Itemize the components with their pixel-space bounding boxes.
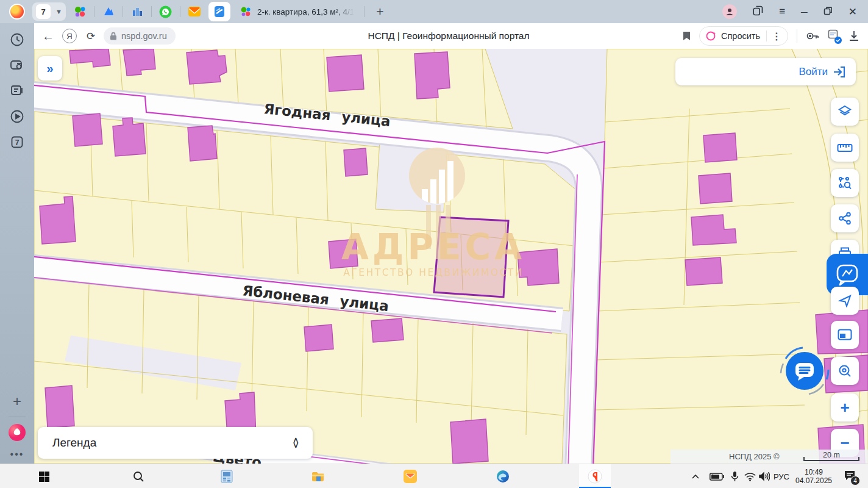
pinned-tab-mail-icon[interactable] bbox=[188, 5, 201, 18]
tab-counter[interactable]: 7 ▼ bbox=[32, 2, 66, 21]
tab-separator bbox=[364, 6, 365, 17]
pinned-tab-avito-icon[interactable] bbox=[73, 5, 87, 18]
url-text: nspd.gov.ru bbox=[121, 31, 167, 41]
sidebar-add-icon[interactable]: + bbox=[8, 392, 26, 411]
restore-button[interactable] bbox=[824, 6, 833, 18]
seven-widget-icon[interactable]: 7 bbox=[8, 133, 26, 151]
start-button[interactable] bbox=[28, 464, 60, 488]
sidebar-divider bbox=[9, 417, 26, 417]
time-label: 10:49 bbox=[805, 468, 823, 476]
ask-label: Спросить bbox=[721, 31, 760, 41]
battery-icon bbox=[706, 464, 728, 488]
windows-taskbar: РУС 10:49 04.07.2025 4 bbox=[0, 464, 868, 488]
zoom-in-button[interactable]: + bbox=[831, 393, 859, 422]
share-button[interactable] bbox=[831, 204, 859, 232]
browser-sidebar: 7 + ••• bbox=[0, 23, 34, 464]
date-label: 04.07.2025 bbox=[795, 476, 832, 485]
taskbar-clock[interactable]: 10:49 04.07.2025 bbox=[792, 464, 835, 488]
notifications-icon[interactable]: 4 bbox=[836, 464, 863, 488]
active-pinned-tab-nspd[interactable] bbox=[208, 2, 230, 21]
tab-favicon-avito[interactable] bbox=[239, 5, 252, 18]
profile-avatar[interactable] bbox=[722, 4, 737, 19]
tab-count-value[interactable]: 7 bbox=[36, 4, 51, 19]
watermark-subtitle: АГЕНТСТВО НЕДВИЖИМОСТИ bbox=[343, 267, 524, 278]
passwords-icon[interactable] bbox=[806, 30, 819, 41]
ask-sparkle-icon bbox=[706, 30, 717, 41]
toolbar-divider bbox=[797, 29, 797, 43]
language-label: РУС bbox=[774, 472, 789, 481]
pinned-tab-whatsapp-icon[interactable] bbox=[159, 5, 173, 18]
browser-logo-icon[interactable] bbox=[9, 4, 25, 20]
taskbar-app-icon[interactable] bbox=[211, 464, 243, 488]
media-play-icon[interactable] bbox=[8, 107, 26, 126]
microphone-icon bbox=[727, 464, 742, 488]
ruler-button[interactable] bbox=[831, 134, 859, 162]
zoom-in-label: + bbox=[840, 400, 849, 415]
articles-icon[interactable] bbox=[8, 82, 26, 100]
tray-chevron-icon[interactable] bbox=[686, 464, 705, 488]
expand-panel-button[interactable]: » bbox=[38, 56, 62, 81]
legend-label: Легенда bbox=[52, 436, 96, 450]
yandex-button[interactable]: Я bbox=[62, 29, 77, 43]
taskbar-edge-icon[interactable] bbox=[487, 464, 519, 488]
tab-separator bbox=[123, 6, 123, 17]
back-button[interactable]: ← bbox=[39, 29, 57, 43]
search-location-button[interactable] bbox=[831, 357, 859, 385]
url-field[interactable]: nspd.gov.ru bbox=[104, 27, 176, 45]
new-tab-button[interactable]: + bbox=[371, 2, 389, 21]
legend-collapse-icon[interactable]: ᐱᐯ bbox=[293, 438, 298, 448]
browser-tab-bar: 7 ▼ 2-к. квартира, 61,3 м², 4/1 + bbox=[0, 0, 868, 23]
chevron-down-icon[interactable]: ▼ bbox=[55, 8, 62, 15]
login-label: Войти bbox=[799, 66, 828, 78]
notification-badge: 4 bbox=[850, 476, 860, 486]
tab-separator bbox=[94, 6, 94, 17]
taskbar-search-icon[interactable] bbox=[123, 464, 154, 488]
cadastral-map[interactable]: Ягодная улица Яблоневая улица Цвето АДРЕ… bbox=[34, 49, 868, 464]
history-clock-icon[interactable] bbox=[8, 30, 26, 49]
alice-assistant-icon[interactable] bbox=[8, 423, 26, 442]
close-button[interactable]: ✕ bbox=[848, 5, 857, 18]
tab-separator bbox=[180, 6, 180, 17]
mini-map-button[interactable] bbox=[831, 321, 859, 349]
browser-address-bar: ← Я ⟳ nspd.gov.ru НСПД | Геоинформационн… bbox=[34, 23, 868, 49]
layers-button[interactable] bbox=[831, 98, 859, 126]
legend-panel[interactable]: Легенда ᐱᐯ bbox=[38, 427, 313, 459]
ask-more-icon[interactable]: ⋮ bbox=[772, 30, 781, 42]
map-canvas[interactable]: Ягодная улица Яблоневая улица Цвето АДРЕ… bbox=[34, 49, 868, 464]
scale-label: 20 m bbox=[803, 451, 859, 459]
language-indicator[interactable]: РУС bbox=[770, 464, 792, 488]
taskbar-explorer-icon[interactable] bbox=[302, 464, 334, 488]
window-controls: ≡ ─ ✕ bbox=[722, 4, 857, 19]
protect-icon[interactable] bbox=[828, 29, 840, 43]
pinned-tab-city-icon[interactable] bbox=[130, 5, 144, 18]
page-title: НСПД | Геоинформационный портал bbox=[278, 30, 619, 41]
chat-button[interactable] bbox=[786, 352, 824, 390]
bookmark-icon[interactable] bbox=[683, 31, 691, 41]
pinned-tab-a-icon[interactable] bbox=[102, 5, 115, 18]
sidebar-more-icon[interactable]: ••• bbox=[8, 445, 26, 464]
minimize-button[interactable]: ─ bbox=[801, 7, 808, 17]
locate-arrow-button[interactable] bbox=[831, 287, 859, 315]
screen: 7 ▼ 2-к. квартира, 61,3 м², 4/1 + bbox=[0, 0, 868, 488]
tab-separator bbox=[151, 6, 152, 17]
lock-icon bbox=[110, 32, 117, 40]
area-search-button[interactable] bbox=[831, 169, 859, 197]
menu-icon[interactable]: ≡ bbox=[779, 5, 785, 18]
svg-text:7: 7 bbox=[15, 138, 20, 147]
tab-title[interactable]: 2-к. квартира, 61,3 м², 4/1 bbox=[257, 7, 354, 16]
login-bar[interactable]: Войти bbox=[675, 58, 856, 85]
tab-overview-icon[interactable] bbox=[753, 5, 763, 18]
screenshot-camera-icon[interactable] bbox=[8, 56, 26, 74]
taskbar-yandex-browser-icon[interactable] bbox=[579, 464, 611, 488]
login-icon bbox=[833, 66, 846, 78]
copyright-bar: НСПД 2025 © 20 m bbox=[671, 450, 868, 464]
scale-bar: 20 m bbox=[803, 453, 859, 461]
ask-button[interactable]: Спросить ⋮ bbox=[699, 26, 788, 46]
copyright-text: НСПД 2025 © bbox=[729, 452, 780, 461]
downloads-icon[interactable] bbox=[848, 30, 859, 41]
taskbar-mail-icon[interactable] bbox=[394, 464, 426, 488]
refresh-button[interactable]: ⟳ bbox=[82, 30, 100, 43]
watermark-title: АДРЕСА bbox=[341, 226, 525, 268]
zoom-out-label: − bbox=[840, 435, 849, 451]
